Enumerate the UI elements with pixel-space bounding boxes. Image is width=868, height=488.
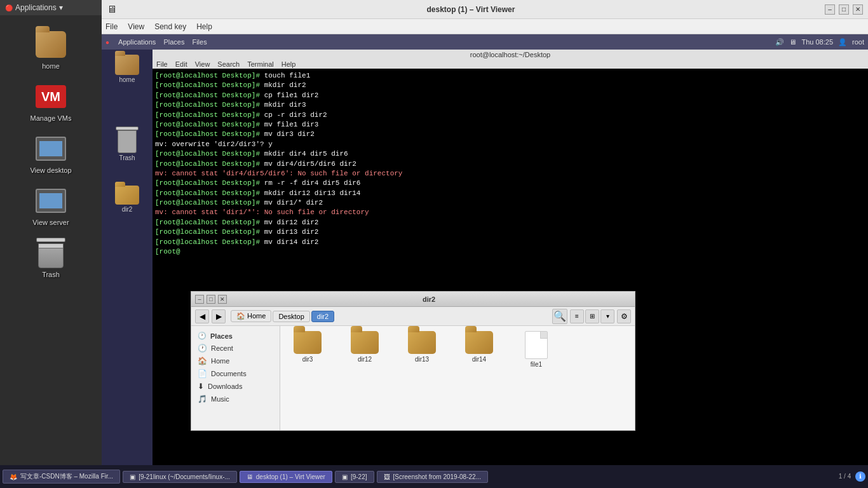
fm-file-file1[interactable]: file1 — [514, 331, 559, 368]
vm-trash-icon[interactable]: Trash — [116, 126, 139, 161]
terminal-title-text: root@localhost:~/Desktop — [470, 51, 550, 58]
fm-settings-btn[interactable]: ⚙ — [617, 309, 631, 323]
minimize-button[interactable]: – — [825, 4, 835, 15]
terminal-terminal-menu[interactable]: Terminal — [247, 60, 274, 68]
terminal-search-menu[interactable]: Search — [217, 60, 240, 68]
outer-task-virtviewer[interactable]: 🖥 desktop (1) – Virt Viewer — [240, 471, 332, 483]
desktop-icon-view-server[interactable]: View server — [19, 182, 83, 230]
home-icon-label: home — [42, 62, 60, 70]
close-button[interactable]: ✕ — [853, 4, 863, 15]
file1-label: file1 — [531, 361, 542, 368]
fm-crumb-desktop[interactable]: Desktop — [273, 311, 309, 322]
vm-home-icon[interactable]: home — [115, 55, 139, 83]
vm-dir2-folder-icon — [115, 186, 139, 205]
outer-taskbar-right: 1 / 4 ℹ — [839, 471, 865, 482]
terminal-view-menu[interactable]: View — [195, 60, 210, 68]
applications-menu[interactable]: 🔴 Applications ▾ — [0, 3, 68, 12]
fm-minimize-btn[interactable]: – — [195, 295, 204, 304]
fm-file-dir14[interactable]: dir14 — [457, 331, 501, 368]
sendkey-menu[interactable]: Send key — [154, 22, 186, 31]
file-manager-window: – □ ✕ dir2 ◀ ▶ 🏠 Home Desktop dir2 — [191, 291, 635, 431]
fm-file-dir12[interactable]: dir12 — [342, 331, 387, 368]
vm-dir2-label: dir2 — [122, 206, 133, 213]
outer-task-screenshot[interactable]: 🖼 [Screenshot from 2019-08-22... — [377, 471, 488, 483]
system-topbar: 🔴 Applications ▾ — [0, 0, 102, 15]
vm-files-label[interactable]: Files — [192, 38, 207, 46]
trash-body — [38, 243, 64, 268]
fm-maximize-btn[interactable]: □ — [207, 295, 215, 304]
terminal-line-0: [root@localhost Desktop]# touch file1 — [155, 71, 865, 81]
virt-viewer-controls: – □ ✕ — [825, 4, 863, 15]
fm-sidebar-home[interactable]: 🏠 Home — [191, 355, 280, 367]
fm-crumb-home[interactable]: 🏠 Home — [231, 310, 271, 322]
fm-chevron-btn[interactable]: ▾ — [600, 309, 614, 323]
vm-topbar-right: 🔊 🖥 Thu 08:25 👤 root — [775, 38, 864, 46]
fm-sidebar-recent[interactable]: 🕐 Recent — [191, 342, 280, 355]
fm-sidebar-documents[interactable]: 📄 Documents — [191, 367, 280, 380]
fm-list-view-btn[interactable]: ≡ — [570, 309, 584, 323]
vm-dir2-icon[interactable]: dir2 — [115, 186, 139, 213]
file1-doc-icon — [525, 331, 548, 359]
vm-user-icon: 👤 — [838, 38, 847, 46]
fm-grid-view-btn[interactable]: ⊞ — [585, 309, 599, 323]
terminal-line-13: [root@localhost Desktop]# mv dir1/* dir2 — [155, 198, 865, 208]
outer-task-csdn[interactable]: 🦊 写文章-CSDN博客 – Mozilla Fir... — [3, 470, 120, 484]
manage-vms-icon: VM — [36, 81, 66, 112]
terminal-line-17: [root@localhost Desktop]# mv dir14 dir2 — [155, 238, 865, 247]
view-menu[interactable]: View — [128, 22, 144, 31]
recent-label: Recent — [211, 344, 233, 352]
terminal-line-15: [root@localhost Desktop]# mv dir12 dir2 — [155, 218, 865, 227]
outer-task-922[interactable]: ▣ [9-22] — [335, 471, 374, 483]
fm-crumb-dir2[interactable]: dir2 — [311, 311, 334, 322]
fm-close-btn[interactable]: ✕ — [218, 295, 227, 304]
terminal-line-12: [root@localhost Desktop]# mkdir dir12 di… — [155, 189, 865, 198]
fm-crumb-home-label: Home — [247, 312, 266, 320]
desktop-icon-trash[interactable]: Trash — [19, 234, 83, 282]
vm-trash-label: Trash — [119, 154, 135, 161]
desktop-icon-view-desktop[interactable]: View desktop — [19, 130, 83, 178]
fm-forward-btn[interactable]: ▶ — [212, 309, 226, 323]
trash-icon — [36, 238, 66, 268]
dir3-label: dir3 — [302, 356, 313, 363]
terminal-file-menu[interactable]: File — [156, 60, 168, 68]
terminal-line-10: mv: cannot stat 'dir4/dir5/dir6': No suc… — [155, 169, 865, 179]
applications-label: Applications — [15, 3, 57, 12]
trash-lid — [36, 238, 65, 242]
fm-search-btn[interactable]: 🔍 — [552, 309, 567, 324]
terminal-help-menu[interactable]: Help — [281, 60, 296, 68]
fm-sidebar-downloads[interactable]: ⬇ Downloads — [191, 380, 280, 393]
terminal-line-7: mv: overwrite 'dir2/dir3'? y — [155, 140, 865, 149]
dir3-folder-icon — [294, 331, 322, 354]
virtviewer-task-icon: 🖥 — [247, 473, 253, 480]
vm-display-icon: 🖥 — [789, 38, 796, 46]
file-manager-content: dir3 dir12 dir13 — [280, 326, 635, 430]
maximize-button[interactable]: □ — [839, 4, 849, 15]
file-menu[interactable]: File — [105, 22, 118, 31]
csdn-icon: 🦊 — [10, 473, 17, 480]
vm-places-label[interactable]: Places — [163, 38, 184, 46]
vm-trash-body — [118, 130, 137, 153]
view-desktop-icon — [36, 133, 66, 164]
fm-sidebar-music[interactable]: 🎵 Music — [191, 393, 280, 405]
virt-viewer-title: desktop (1) – Virt Viewer — [117, 5, 825, 14]
fm-file-dir3[interactable]: dir3 — [285, 331, 330, 368]
terminal-line-3: [root@localhost Desktop]# mkdir dir3 — [155, 100, 865, 110]
922-label: [9-22] — [351, 473, 367, 480]
help-menu[interactable]: Help — [196, 22, 212, 31]
dir13-folder-icon — [408, 331, 436, 354]
terminal-line-4: [root@localhost Desktop]# cp -r dir3 dir… — [155, 111, 865, 120]
terminal-edit-menu[interactable]: Edit — [175, 60, 187, 68]
fm-search-area: 🔍 ≡ ⊞ ▾ ⚙ — [552, 309, 631, 324]
fm-file-dir13[interactable]: dir13 — [400, 331, 444, 368]
terminal-line-2: [root@localhost Desktop]# cp file1 dir2 — [155, 91, 865, 100]
vm-applications-label[interactable]: Applications — [118, 38, 156, 46]
desktop-icon-home[interactable]: home — [19, 25, 83, 74]
outer-page-indicator: 1 / 4 — [839, 473, 851, 480]
fm-back-btn[interactable]: ◀ — [195, 309, 209, 323]
outer-task-linux921[interactable]: ▣ [9-21linux (~/Documents/linux-... — [123, 471, 237, 483]
desktop-icon-manage-vms[interactable]: VM Manage VMs — [19, 78, 83, 126]
dir12-label: dir12 — [358, 356, 372, 363]
terminal-line-6: [root@localhost Desktop]# mv dir3 dir2 — [155, 130, 865, 139]
terminal-container: root@localhost:~/Desktop File Edit View … — [153, 50, 868, 488]
view-server-label: View server — [32, 219, 69, 226]
